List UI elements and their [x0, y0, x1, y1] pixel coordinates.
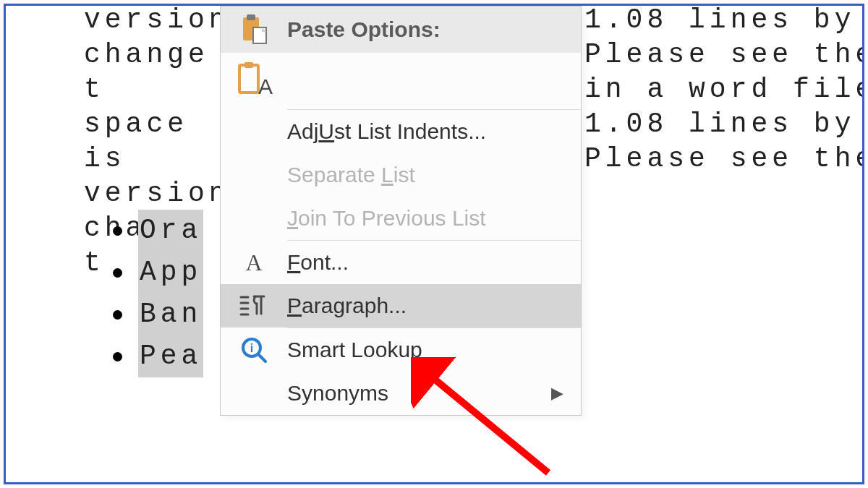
menu-smart-lookup[interactable]: i Smart Lookup [221, 328, 581, 372]
menu-label: Font... [287, 250, 563, 275]
context-menu: Paste Options: A AdjUst List Indents... [220, 6, 582, 416]
doc-line: versions, [84, 176, 236, 211]
list-item[interactable]: App [113, 252, 203, 294]
menu-label: Paragraph... [287, 294, 563, 318]
bullet-icon [113, 352, 122, 361]
list-item-text: Pea [138, 335, 203, 377]
svg-text:i: i [250, 342, 253, 354]
menu-paragraph[interactable]: Paragraph... [221, 284, 581, 328]
menu-paste-option-keep-text[interactable]: A [221, 53, 581, 109]
menu-adjust-list-indents[interactable]: AdjUst List Indents... [221, 110, 581, 153]
list-item-text: Ban [138, 294, 203, 335]
list-item-text: App [138, 252, 203, 294]
list-item-text: Ora [138, 210, 203, 252]
doc-line: Please see the step [584, 38, 864, 72]
submenu-arrow-icon: ▶ [551, 384, 563, 403]
menu-label: Paste Options: [287, 17, 563, 42]
menu-separate-list: Separate List [221, 153, 581, 197]
menu-paste-options-header: Paste Options: [221, 7, 581, 53]
bullet-icon [113, 310, 122, 320]
clipboard-paste-icon [237, 13, 271, 46]
font-letter-icon: A [245, 249, 262, 276]
svg-rect-4 [244, 62, 253, 68]
menu-join-previous-list: Join To Previous List [221, 197, 581, 240]
doc-line: space is [84, 107, 236, 176]
smart-lookup-icon: i [239, 335, 268, 364]
menu-label: Smart Lookup [287, 338, 563, 362]
list-item[interactable]: Ora [113, 210, 203, 252]
menu-synonyms[interactable]: Synonyms ▶ [221, 372, 581, 415]
doc-line: 1.08 lines by defau [584, 4, 864, 38]
doc-line: Please see the step [584, 142, 864, 176]
bullet-icon [113, 268, 122, 278]
menu-label: Synonyms [287, 381, 551, 406]
bulleted-list[interactable]: Ora App Ban Pea [113, 210, 203, 377]
doc-right-column: 1.08 lines by defau Please see the step … [584, 4, 864, 176]
paragraph-icon [239, 294, 268, 318]
list-item[interactable]: Pea [113, 335, 203, 377]
list-item[interactable]: Ban [113, 294, 203, 335]
menu-label: AdjUst List Indents... [287, 119, 563, 144]
menu-label: Join To Previous List [287, 206, 563, 231]
bullet-icon [113, 226, 122, 236]
doc-line: change t [84, 38, 236, 107]
menu-font[interactable]: A Font... [221, 241, 581, 284]
doc-line: 1.08 lines by defau [584, 107, 864, 142]
svg-rect-1 [247, 14, 255, 20]
doc-line: in a word file. In th [584, 72, 864, 107]
svg-text:A: A [258, 74, 273, 98]
svg-rect-3 [239, 65, 258, 93]
doc-line: versions, [84, 4, 236, 38]
svg-line-11 [258, 354, 265, 361]
clipboard-text-icon: A [234, 61, 274, 101]
menu-label: Separate List [287, 163, 563, 187]
